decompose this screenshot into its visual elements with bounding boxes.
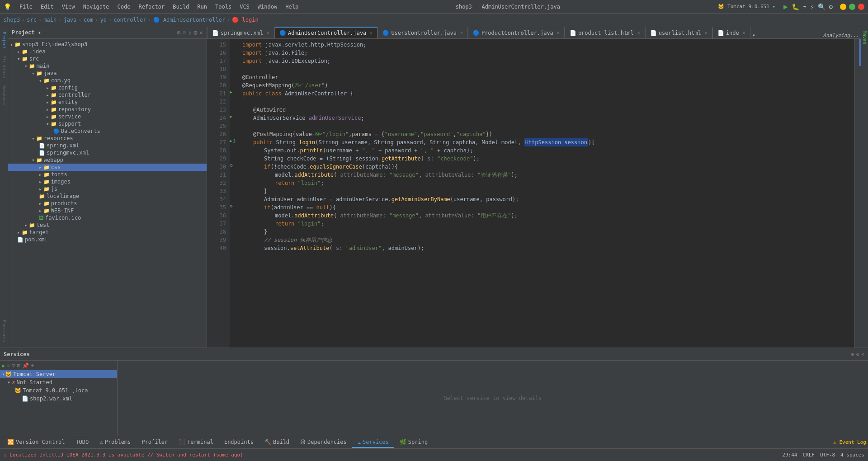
menu-edit[interactable]: Edit xyxy=(37,3,57,11)
tab-adminusercontroller[interactable]: 🔵 AdminUserController.java × xyxy=(274,27,377,38)
services-group-button[interactable]: ⊞ xyxy=(17,362,20,369)
menu-build[interactable]: Build xyxy=(169,3,193,11)
panel-close-button[interactable]: × xyxy=(199,29,203,36)
tab-spring[interactable]: 🌿 Spring xyxy=(394,437,433,448)
tab-services[interactable]: ☁ Services xyxy=(352,437,394,448)
breadcrumb-java[interactable]: java xyxy=(63,17,76,23)
tree-src[interactable]: ▾ 📁 src xyxy=(8,55,207,62)
tree-products[interactable]: ▸ 📁 products xyxy=(8,200,207,207)
breadcrumb-src[interactable]: src xyxy=(27,17,37,23)
tree-springmvc-xml[interactable]: 📄 springmvc.xml xyxy=(8,149,207,156)
tree-fonts[interactable]: ▸ 📁 fonts xyxy=(8,171,207,178)
tree-spring-xml[interactable]: 📄 spring.xml xyxy=(8,142,207,149)
services-expand-button[interactable]: ⊕ xyxy=(851,351,854,358)
profile-button[interactable]: ⚡ xyxy=(810,3,814,10)
tab-profiler[interactable]: Profiler xyxy=(136,437,173,448)
tree-images[interactable]: ▸ 📁 images xyxy=(8,178,207,185)
tab-inde-close[interactable]: × xyxy=(743,30,745,35)
autowired-gutter-icon[interactable]: ▶ xyxy=(230,114,232,119)
line-ending[interactable]: CRLF xyxy=(802,452,815,458)
minimize-button[interactable] xyxy=(840,4,846,10)
run-button[interactable]: ▶ xyxy=(783,2,788,11)
tree-config[interactable]: ▸ 📁 config xyxy=(8,84,207,91)
editor-scrollbar[interactable] xyxy=(854,39,861,348)
tree-controller[interactable]: ▸ 📁 controller xyxy=(8,91,207,99)
tree-favicon[interactable]: 🖼 favicon.ico xyxy=(8,214,207,221)
services-add-button[interactable]: + xyxy=(31,362,34,369)
tab-userscontroller[interactable]: 🔵 UsersController.java × xyxy=(377,27,468,38)
services-tree-not-started[interactable]: ▾ ✗ Not Started xyxy=(0,378,117,386)
tree-entity[interactable]: ▸ 📁 entity xyxy=(8,99,207,106)
tab-dependencies[interactable]: ⛓ Dependencies xyxy=(295,437,352,448)
tree-dateconverts[interactable]: 🔵 DateConverts xyxy=(8,127,207,135)
tree-resources[interactable]: ▾ 📁 resources xyxy=(8,135,207,142)
maximize-button[interactable] xyxy=(849,4,855,10)
close-button[interactable] xyxy=(858,4,864,10)
tree-pom-xml[interactable]: 📄 pom.xml xyxy=(8,236,207,243)
services-run-button[interactable]: ▶ xyxy=(2,362,5,369)
breadcrumb-controller[interactable]: controller xyxy=(113,17,146,23)
breadcrumb-controller-class[interactable]: 🔵 AdminUserController xyxy=(153,17,226,23)
breadcrumb-yq[interactable]: yq xyxy=(100,17,106,23)
panel-settings-button[interactable]: ⚙ xyxy=(193,29,197,36)
tab-todo[interactable]: TODO xyxy=(70,437,94,448)
breadcrumb-com[interactable]: com xyxy=(84,17,94,23)
debug-button[interactable]: 🐛 xyxy=(792,3,799,10)
tree-main[interactable]: ▾ 📁 main xyxy=(8,62,207,70)
project-icon[interactable]: Project xyxy=(1,30,7,51)
structure-icon[interactable]: Structure xyxy=(1,54,7,80)
menu-view[interactable]: View xyxy=(58,3,79,11)
services-filter-button[interactable]: ▽ xyxy=(12,362,15,369)
tree-java[interactable]: ▾ 📁 java xyxy=(8,70,207,77)
breadcrumb-shop3[interactable]: shop3 xyxy=(4,17,20,23)
menu-run[interactable]: Run xyxy=(193,3,211,11)
services-close-button[interactable]: × xyxy=(861,351,864,358)
tree-test[interactable]: ▸ 📁 test xyxy=(8,221,207,229)
indent[interactable]: 4 spaces xyxy=(840,452,864,458)
tab-userscontroller-close[interactable]: × xyxy=(460,30,463,35)
menu-tools[interactable]: Tools xyxy=(212,3,235,11)
tree-idea[interactable]: ▸ 📁 .idea xyxy=(8,48,207,55)
tree-support[interactable]: ▾ 📁 support xyxy=(8,120,207,127)
menu-code[interactable]: Code xyxy=(114,3,134,11)
class-gutter-icon[interactable]: ▶ xyxy=(230,89,232,94)
tab-userlist-close[interactable]: × xyxy=(705,30,708,35)
run-config-selector[interactable]: 🐱 Tomcat 9.0.651 ▾ xyxy=(713,3,780,10)
tree-comyq[interactable]: ▾ 📁 com.yq xyxy=(8,77,207,84)
tree-css[interactable]: ▸ 📁 css xyxy=(8,164,207,171)
tree-webapp[interactable]: ▾ 📁 webapp xyxy=(8,156,207,164)
collapse-all-button[interactable]: ≡ xyxy=(182,29,186,36)
database-icon[interactable]: Database xyxy=(1,84,7,107)
tree-service[interactable]: ▸ 📁 service xyxy=(8,113,207,120)
menu-refactor[interactable]: Refactor xyxy=(135,3,168,11)
services-pin-button[interactable]: 📌 xyxy=(22,362,29,369)
tab-springmvc-close[interactable]: × xyxy=(267,30,269,35)
settings-button[interactable]: ⚙ xyxy=(829,3,833,10)
tab-productcontroller-close[interactable]: × xyxy=(557,30,560,35)
menu-navigate[interactable]: Navigate xyxy=(80,3,113,11)
tree-js[interactable]: ▸ 📁 js xyxy=(8,185,207,193)
tree-repository[interactable]: ▸ 📁 repository xyxy=(8,106,207,113)
tree-root[interactable]: ▾ 📁 shop3 E:\idea2\shop3 xyxy=(8,41,207,48)
tab-productlist-close[interactable]: × xyxy=(637,30,640,35)
tab-terminal[interactable]: ⬛ Terminal xyxy=(173,437,219,448)
code-editor[interactable]: import javax.servlet.http.HttpSession; i… xyxy=(239,39,854,348)
tab-endpoints[interactable]: Endpoints xyxy=(219,437,259,448)
menu-file[interactable]: File xyxy=(16,3,36,11)
locate-file-button[interactable]: ⊕ xyxy=(177,29,180,36)
services-tree-tomcat-server[interactable]: ▾ 🐱 Tomcat Server xyxy=(0,370,117,378)
services-tree-tomcat-instance[interactable]: 🐱 Tomcat 9.0.651 [loca xyxy=(0,386,117,395)
tab-springmvc-xml[interactable]: 📄 springmvc.xml × xyxy=(207,27,274,38)
tab-problems[interactable]: ⚠ Problems xyxy=(94,437,136,448)
method-gutter-icon[interactable]: ▶ xyxy=(230,138,232,143)
tab-productcontroller[interactable]: 🔵 ProductController.java × xyxy=(468,27,565,38)
menu-vcs[interactable]: VCS xyxy=(236,3,253,11)
tab-userlist-html[interactable]: 📄 userlist.html × xyxy=(645,27,712,38)
services-tree-war[interactable]: 📄 shop2.war.xml xyxy=(0,395,117,403)
coverage-button[interactable]: ☂ xyxy=(803,3,807,10)
services-collapse-button[interactable]: ≡ xyxy=(7,362,10,369)
tab-adminusercontroller-close[interactable]: × xyxy=(370,31,373,36)
breadcrumb-method[interactable]: 🔴 login xyxy=(232,17,258,23)
services-settings-button[interactable]: ⚙ xyxy=(856,351,859,358)
menu-window[interactable]: Window xyxy=(254,3,281,11)
